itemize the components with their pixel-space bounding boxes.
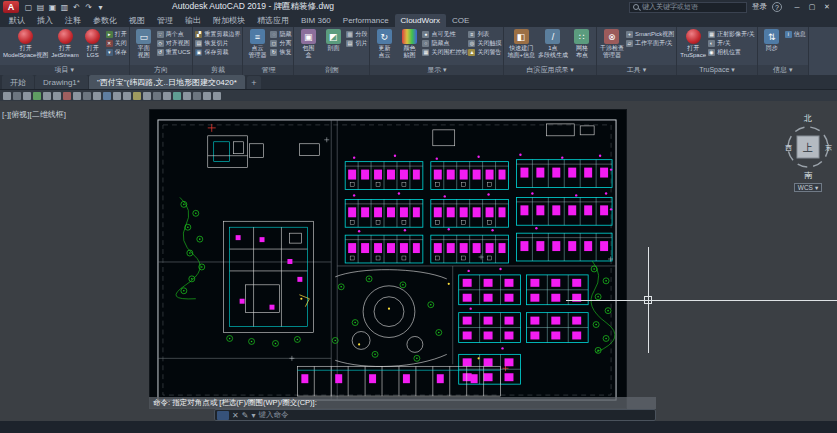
toolbar-icon[interactable]: [203, 92, 211, 100]
minimize-button[interactable]: ─: [790, 1, 804, 13]
ribbon-tab-Performance[interactable]: Performance: [337, 14, 395, 27]
fence-control-button[interactable]: ▦关闭围栏控制: [422, 48, 467, 56]
camera-position-button[interactable]: ◉相机位置: [708, 48, 755, 56]
toolbar-icon[interactable]: [123, 92, 131, 100]
redo-icon[interactable]: ↷: [83, 2, 94, 13]
doc-tab[interactable]: 开始: [2, 75, 34, 89]
ribbon-panel-label[interactable]: 方向: [130, 65, 193, 75]
ribbon-panel-label[interactable]: 白滨应用成果 ▾: [504, 65, 596, 75]
toolbar-icon[interactable]: [153, 92, 161, 100]
quick-door-button[interactable]: ◧快速建门地面+信息: [506, 29, 536, 65]
toolbar-icon[interactable]: [183, 92, 191, 100]
open-jetstream-button[interactable]: 打开JetStream: [50, 29, 79, 65]
customize-icon[interactable]: ✎: [242, 411, 249, 420]
doc-tab[interactable]: Drawing1*: [35, 75, 88, 89]
restore-button[interactable]: ▢: [805, 1, 819, 13]
toolbar-icon[interactable]: [83, 92, 91, 100]
section-button[interactable]: ◩剖面: [321, 29, 345, 65]
ribbon-panel-label[interactable]: 工具 ▾: [597, 65, 676, 75]
ribbon-tab-BIM 360[interactable]: BIM 360: [295, 14, 337, 27]
ribbon-tab-参数化[interactable]: 参数化: [87, 14, 123, 27]
wcs-dropdown[interactable]: WCS ▾: [794, 183, 822, 192]
new-file-icon[interactable]: ▢: [23, 2, 34, 13]
sync-button[interactable]: ⇅同步: [760, 29, 784, 65]
save-icon[interactable]: ▣: [47, 2, 58, 13]
slice-button[interactable]: ▤切片: [346, 39, 367, 47]
command-line[interactable]: ✕ ✎ ▾ 键入命令: [214, 409, 656, 421]
project-save-button[interactable]: ▾保存: [106, 48, 127, 56]
search-input[interactable]: 键入关键字或短语: [629, 2, 747, 13]
info-button[interactable]: i信息: [785, 30, 806, 38]
open-modelspace-button[interactable]: 打开ModelSpace视图: [2, 29, 49, 65]
cloud-manager-button[interactable]: ≡点云管理器: [245, 29, 269, 65]
ribbon-tab-管理[interactable]: 管理: [151, 14, 179, 27]
ribbon-tab-COE[interactable]: COE: [446, 14, 475, 27]
signin-button[interactable]: 登录: [752, 2, 767, 12]
toolbar-icon[interactable]: [163, 92, 171, 100]
toolbar-icon[interactable]: [73, 92, 81, 100]
list-button[interactable]: ≡列表: [468, 30, 501, 38]
viewport-controls-label[interactable]: [-][俯视][二维线框]: [2, 109, 66, 120]
reset-clip-button[interactable]: ▞重置剪裁边界: [195, 30, 240, 38]
ribbon-tab-注释[interactable]: 注释: [59, 14, 87, 27]
ortho-image-toggle-button[interactable]: ▦正射影像开/关: [708, 30, 755, 38]
project-close-button[interactable]: ✕关闭: [106, 39, 127, 47]
ribbon-tab-视图[interactable]: 视图: [123, 14, 151, 27]
undo-icon[interactable]: ↶: [71, 2, 82, 13]
plane-view-button[interactable]: ▭平面视图: [132, 29, 156, 65]
site-plan-drawing[interactable]: [150, 110, 626, 408]
polyline-generate-button[interactable]: /1点多段线生成: [537, 29, 569, 65]
warning-toggle-button[interactable]: ▲关闭警告: [468, 48, 501, 56]
point-visibility-button[interactable]: ●点可见性: [422, 30, 467, 38]
close-icon[interactable]: ✕: [232, 411, 239, 420]
detach-cloud-button[interactable]: ◻分离: [270, 39, 291, 47]
open-file-icon[interactable]: ▤: [35, 2, 46, 13]
ribbon-tab-默认[interactable]: 默认: [3, 14, 31, 27]
ribbon-tab-CloudWorx[interactable]: CloudWorx: [395, 14, 446, 27]
hide-points-button[interactable]: ○隐藏点: [422, 39, 467, 47]
workplane-toggle-button[interactable]: ▱工作平面开/关: [626, 39, 674, 47]
toolbar-icon[interactable]: [93, 92, 101, 100]
toolbar-icon[interactable]: [23, 92, 31, 100]
viewcube-face[interactable]: 上 西 东: [782, 124, 834, 170]
toolbar-icon[interactable]: [3, 92, 11, 100]
ribbon-panel-label[interactable]: 显示 ▾: [370, 65, 503, 75]
toolbar-icon[interactable]: [113, 92, 121, 100]
restore-cloud-button[interactable]: ↻恢复: [270, 48, 291, 56]
toolbar-icon[interactable]: [133, 92, 141, 100]
new-tab-button[interactable]: +: [247, 76, 261, 89]
close-button[interactable]: ✕: [820, 1, 834, 13]
toolbar-icon[interactable]: [193, 92, 201, 100]
viewcube-south-label[interactable]: 南: [804, 170, 812, 181]
ribbon-panel-label[interactable]: 剪裁: [193, 65, 242, 75]
ribbon-panel-label[interactable]: TruSpace ▾: [677, 65, 756, 75]
toolbar-icon[interactable]: [43, 92, 51, 100]
qat-dropdown-icon[interactable]: ▾: [95, 2, 106, 13]
onoff-toggle-button[interactable]: ◐开/关: [708, 39, 755, 47]
save-clip-button[interactable]: ▣保存剪裁: [195, 48, 240, 56]
drawing-canvas[interactable]: [149, 109, 627, 409]
ribbon-panel-label[interactable]: 剖面: [294, 65, 369, 75]
toolbar-icon[interactable]: [213, 92, 221, 100]
hide-cloud-button[interactable]: ◌隐藏: [270, 30, 291, 38]
ribbon-tab-插入[interactable]: 插入: [31, 14, 59, 27]
print-icon[interactable]: ▥: [59, 2, 70, 13]
ribbon-tab-输出[interactable]: 输出: [179, 14, 207, 27]
help-icon[interactable]: ?: [772, 2, 782, 12]
toolbar-icon[interactable]: [13, 92, 21, 100]
toolbar-icon[interactable]: [103, 92, 111, 100]
grid-points-button[interactable]: ∷网格布点: [570, 29, 594, 65]
toolbar-icon[interactable]: [143, 92, 151, 100]
ribbon-tab-附加模块[interactable]: 附加模块: [207, 14, 251, 27]
reset-ucs-button[interactable]: ↺重置UCS: [157, 48, 191, 56]
touch-toggle-button[interactable]: ◎关闭触摸: [468, 39, 501, 47]
doc-tab[interactable]: "西付宝"(纬四路,文..日地形图建交0420*: [89, 75, 245, 89]
viewcube-east-label[interactable]: 东: [825, 144, 832, 151]
interference-check-button[interactable]: ⊗干涉检查管理器: [599, 29, 625, 65]
open-truspace-button[interactable]: 打开TruSpace: [679, 29, 707, 65]
two-points-button[interactable]: ∵两个点: [157, 30, 191, 38]
toolbar-icon[interactable]: [63, 92, 71, 100]
toolbar-icon[interactable]: [33, 92, 41, 100]
viewcube-west-label[interactable]: 西: [785, 144, 792, 152]
toolbar-icon[interactable]: [173, 92, 181, 100]
